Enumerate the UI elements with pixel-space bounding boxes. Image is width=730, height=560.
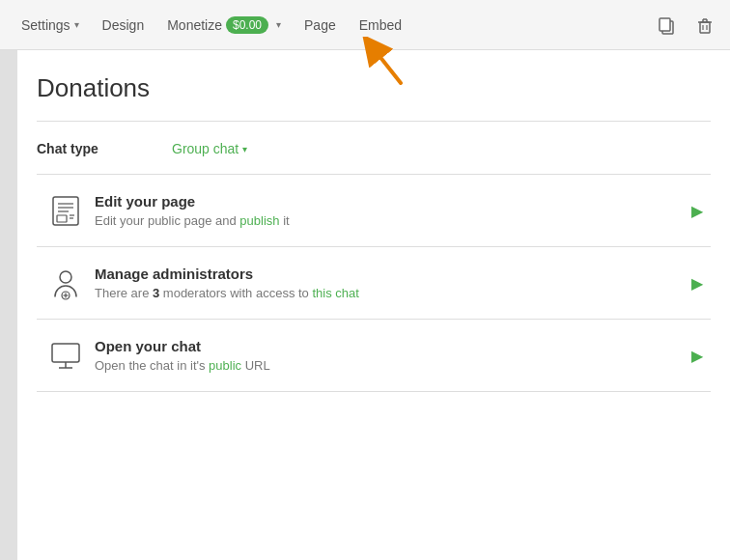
edit-page-chevron: ▶ [691,202,703,220]
delete-icon-btn[interactable] [689,10,720,41]
page-title: Donations [37,73,711,103]
edit-page-title: Edit your page [95,193,691,210]
open-chat-subtitle: Open the chat in it's public URL [95,358,691,373]
manage-admins-icon [37,265,95,301]
chat-type-row: Chat type Group chat ▾ [37,122,711,175]
this-chat-link[interactable]: this chat [312,286,358,300]
open-chat-row[interactable]: Open your chat Open the chat in it's pub… [37,320,711,392]
content-area: Donations Chat type Group chat ▾ [0,50,730,560]
edit-page-text: Edit your page Edit your public page and… [95,193,691,228]
open-chat-title: Open your chat [95,338,691,354]
svg-rect-22 [52,344,79,362]
copy-icon-btn[interactable] [651,10,682,41]
top-nav: Settings ▾ Design Monetize $0.00 ▾ Page … [0,0,730,50]
nav-monetize[interactable]: Monetize $0.00 ▾ [155,0,293,49]
edit-page-row[interactable]: Edit your page Edit your public page and… [37,175,711,247]
svg-rect-15 [57,215,67,222]
svg-point-18 [60,271,71,283]
monetize-caret: ▾ [276,19,281,30]
svg-rect-3 [660,18,670,31]
settings-caret: ▾ [74,19,79,30]
nav-design[interactable]: Design [91,0,156,49]
manage-admins-title: Manage administrators [95,266,691,282]
left-border [0,50,17,560]
publish-link[interactable]: publish [239,213,279,228]
main-content: Donations Chat type Group chat ▾ [17,50,730,560]
monetize-badge: $0.00 [226,16,268,34]
chat-type-value-text: Group chat [172,141,239,156]
public-link[interactable]: public [209,358,241,373]
edit-page-icon [37,192,95,229]
chat-type-label: Chat type [37,141,172,156]
nav-settings[interactable]: Settings ▾ [10,0,91,49]
open-chat-text: Open your chat Open the chat in it's pub… [95,338,691,373]
svg-rect-4 [700,22,710,33]
manage-admins-row[interactable]: Manage administrators There are 3 modera… [37,247,711,320]
moderator-count: 3 [153,286,159,300]
nav-page[interactable]: Page [293,0,348,49]
edit-page-subtitle: Edit your public page and publish it [95,213,691,228]
manage-admins-chevron: ▶ [691,274,703,293]
chat-type-caret: ▾ [242,144,247,154]
open-chat-icon [37,337,95,374]
manage-admins-subtitle: There are 3 moderators with access to th… [95,286,691,300]
manage-admins-text: Manage administrators There are 3 modera… [95,266,691,300]
chat-type-dropdown[interactable]: Group chat ▾ [172,141,247,156]
nav-embed[interactable]: Embed [348,0,413,49]
nav-icon-group [651,10,720,41]
open-chat-chevron: ▶ [691,347,703,365]
